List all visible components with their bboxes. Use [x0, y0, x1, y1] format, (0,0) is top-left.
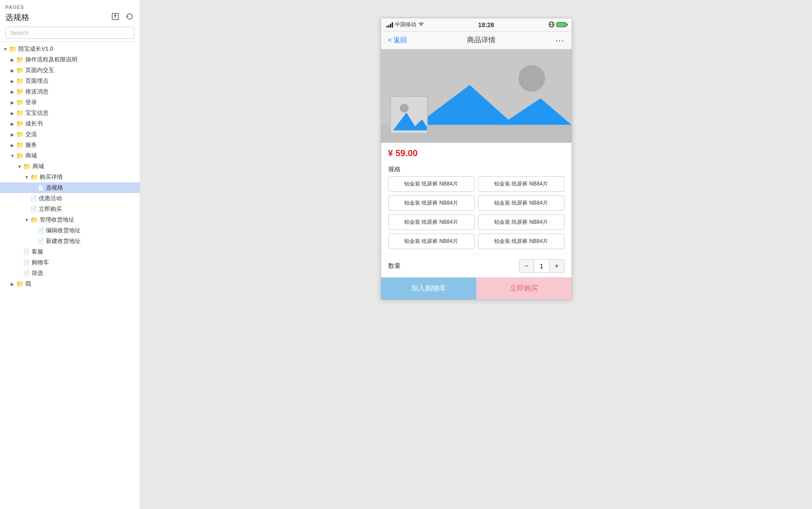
- tree-arrow-yemian: ▶: [9, 68, 16, 73]
- qty-label: 数量: [388, 262, 401, 270]
- tree-arrow-shangcheng2: ▼: [16, 164, 23, 169]
- page-icon-gouwuche: 📄: [23, 259, 30, 266]
- signal-bar-3: [390, 24, 391, 28]
- tree-item-maidian[interactable]: ▶📁页面埋点: [0, 76, 140, 86]
- battery-icon: [556, 22, 566, 27]
- tree-label-maidian: 页面埋点: [25, 77, 49, 85]
- spec-tag-3[interactable]: 铂金装 纸尿裤 NB84片: [478, 195, 564, 211]
- folder-icon-wo: 📁: [16, 280, 24, 287]
- tree-item-denglu[interactable]: ▶📁登录: [0, 97, 140, 108]
- page-icon-bianji: 📄: [37, 227, 44, 234]
- spec-tag-6[interactable]: 铂金装 纸尿裤 NB84片: [388, 234, 475, 249]
- tree-item-pei-bao[interactable]: ▼📁陪宝成长V1.0: [0, 44, 140, 54]
- tree-label-baobao: 宝宝信息: [25, 109, 49, 117]
- tree-arrow-caozuo: ▶: [9, 57, 16, 62]
- spec-tag-2[interactable]: 铂金装 纸尿裤 NB84片: [388, 195, 475, 211]
- qty-value: 1: [534, 260, 550, 272]
- tree-item-fuwu[interactable]: ▶📁服务: [0, 140, 140, 150]
- tree-label-xuanguige: 选规格: [46, 184, 63, 192]
- tree-container: ▼📁陪宝成长V1.0▶📁操作流程及权限说明▶📁页面内交互▶📁页面埋点▶📁推送消息…: [0, 42, 140, 509]
- tree-item-jiaoliu[interactable]: ▶📁交流: [0, 129, 140, 140]
- tree-arrow-guanli: ▼: [23, 218, 30, 222]
- nav-back-button[interactable]: < 返回: [388, 36, 407, 44]
- tree-arrow-pei-bao: ▼: [2, 47, 9, 52]
- tree-item-bianji[interactable]: 📄编辑收货地址: [0, 225, 140, 236]
- tree-label-xinjian: 新建收货地址: [46, 237, 81, 245]
- quantity-row: 数量 − 1 +: [381, 254, 572, 277]
- wifi-icon: [418, 21, 424, 28]
- tree-item-yemian[interactable]: ▶📁页面内交互: [0, 65, 140, 76]
- specs-section-title: 规格: [381, 162, 572, 176]
- tree-item-chenzhang[interactable]: ▶📁成长书: [0, 118, 140, 129]
- folder-icon-shangcheng: 📁: [16, 152, 24, 159]
- add-to-cart-button[interactable]: 加入购物车: [381, 278, 476, 299]
- status-right: [548, 21, 566, 28]
- pages-label: PAGES: [5, 4, 134, 10]
- tree-arrow-maidian: ▶: [9, 79, 16, 84]
- tree-item-gouwuche[interactable]: 📄购物车: [0, 257, 140, 268]
- tree-arrow-jiaoliu: ▶: [9, 132, 16, 137]
- tree-label-chenzhang: 成长书: [25, 120, 43, 128]
- search-input[interactable]: [5, 27, 134, 39]
- tree-item-youhui[interactable]: 📄优惠活动: [0, 193, 140, 204]
- folder-icon-tuisong: 📁: [16, 88, 24, 95]
- tree-label-shangcheng2: 商城: [32, 162, 44, 170]
- qty-minus-button[interactable]: −: [520, 260, 534, 272]
- status-time: 18:28: [478, 21, 494, 28]
- spec-tag-0[interactable]: 铂金装 纸尿裤 NB84片: [388, 176, 475, 192]
- tree-item-lijigoumai[interactable]: 📄立即购买: [0, 204, 140, 214]
- export-icon: [111, 12, 119, 20]
- nav-title: 商品详情: [467, 36, 495, 45]
- tree-label-gouwuche: 购物车: [32, 259, 49, 267]
- refresh-icon: [126, 12, 134, 20]
- tree-label-shaixuan: 筛选: [32, 269, 43, 277]
- spec-tag-7[interactable]: 铂金装 纸尿裤 NB84片: [478, 234, 564, 249]
- tree-label-wo: 我: [25, 280, 31, 288]
- product-image-main: [381, 49, 572, 143]
- folder-icon-maidian: 📁: [16, 77, 24, 85]
- qty-controls: − 1 +: [519, 259, 564, 273]
- page-icon-youhui: 📄: [30, 195, 37, 202]
- folder-icon-caozuo: 📁: [16, 56, 24, 63]
- refresh-button[interactable]: [125, 12, 134, 23]
- spec-tag-1[interactable]: 铂金装 纸尿裤 NB84片: [478, 176, 564, 192]
- tree-item-baobao[interactable]: ▶📁宝宝信息: [0, 108, 140, 118]
- spec-tag-5[interactable]: 铂金装 纸尿裤 NB84片: [478, 214, 564, 230]
- tree-label-shangcheng: 商城: [25, 152, 37, 160]
- folder-icon-chenzhang: 📁: [16, 120, 24, 127]
- export-button[interactable]: [110, 12, 120, 23]
- nav-more-button[interactable]: ···: [556, 35, 564, 45]
- spec-tag-4[interactable]: 铂金装 纸尿裤 NB84片: [388, 214, 475, 230]
- tree-item-kefu[interactable]: 📄客服: [0, 246, 140, 257]
- buy-now-button[interactable]: 立即购买: [476, 278, 572, 299]
- tree-item-caozuo[interactable]: ▶📁操作流程及权限说明: [0, 54, 140, 65]
- page-icon-xuanguige: 📄: [37, 185, 44, 191]
- tree-item-wo[interactable]: ▶📁我: [0, 279, 140, 289]
- tree-item-guanli[interactable]: ▼📁管理收货地址: [0, 214, 140, 225]
- tree-label-jiaoliu: 交流: [25, 130, 37, 138]
- carrier-label: 中国移动: [395, 21, 416, 28]
- sidebar-title: 选规格: [5, 12, 29, 23]
- signal-bar-4: [392, 22, 393, 28]
- qty-plus-button[interactable]: +: [550, 260, 564, 272]
- product-area: ¥ 59.00 规格 铂金装 纸尿裤 NB84片铂金装 纸尿裤 NB84片铂金装…: [381, 49, 572, 299]
- tree-label-goumai: 购买详情: [40, 173, 63, 181]
- tree-label-yemian: 页面内交互: [25, 66, 54, 74]
- tree-arrow-fuwu: ▶: [9, 143, 16, 148]
- main-area: 中国移动 18:28: [140, 0, 812, 509]
- tree-item-xuanguige[interactable]: 📄选规格: [0, 182, 140, 193]
- tree-label-lijigoumai: 立即购买: [39, 205, 62, 213]
- sidebar-header: PAGES 选规格: [0, 0, 140, 42]
- tree-item-shangcheng2[interactable]: ▼📁商城: [0, 161, 140, 172]
- tree-arrow-shangcheng: ▼: [9, 154, 16, 158]
- tree-item-tuisong[interactable]: ▶📁推送消息: [0, 86, 140, 97]
- svg-point-6: [518, 65, 545, 92]
- tree-label-caozuo: 操作流程及权限说明: [25, 56, 77, 64]
- tree-label-guanli: 管理收货地址: [40, 216, 74, 224]
- tree-arrow-denglu: ▶: [9, 100, 16, 105]
- tree-item-goumai[interactable]: ▼📁购买详情: [0, 172, 140, 182]
- tree-item-shaixuan[interactable]: 📄筛选: [0, 268, 140, 279]
- sidebar-icons: [110, 12, 134, 23]
- tree-item-shangcheng[interactable]: ▼📁商城: [0, 150, 140, 161]
- tree-item-xinjian[interactable]: 📄新建收货地址: [0, 236, 140, 246]
